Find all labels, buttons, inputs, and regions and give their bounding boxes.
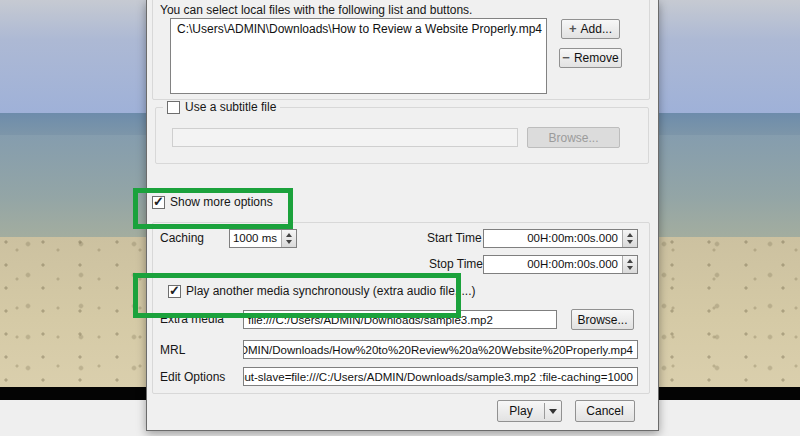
play-dropdown-button[interactable] [545,409,561,414]
caching-value: 1000 ms [230,230,281,247]
spin-down-icon [286,240,292,244]
extra-media-browse-button[interactable]: Browse... [571,309,634,330]
spin-up-icon [627,233,633,237]
start-time-label: Start Time [427,231,482,245]
caching-label: Caching [160,231,204,245]
file-selection-frame [152,0,650,100]
use-subtitle-label: Use a subtitle file [185,100,276,114]
spin-down-icon [627,240,633,244]
cancel-button[interactable]: Cancel [575,400,635,422]
use-subtitle-checkbox[interactable] [167,101,180,114]
stop-time-value: 00H:00m:00s.000 [484,256,622,273]
play-split-button[interactable]: Play [497,400,562,422]
caching-spin-buttons[interactable] [281,230,296,247]
vlc-window: 00:06 00:13 ▶ 100% You can select local … [0,0,800,436]
spin-up-icon [286,233,292,237]
chevron-down-icon [549,409,557,414]
spin-up-icon [627,259,633,263]
subtitle-path-input[interactable] [172,128,518,147]
mrl-input[interactable]: ers/ADMIN/Downloads/How%20to%20Review%20… [243,340,638,359]
spin-down-icon [627,266,633,270]
caching-spinner[interactable]: 1000 ms [229,229,297,248]
highlight-show-more-options [133,188,293,229]
start-time-spin-buttons[interactable] [622,230,637,247]
subtitle-group-header: Use a subtitle file [163,100,280,114]
stop-time-spin-buttons[interactable] [622,256,637,273]
stop-time-spinner[interactable]: 00H:00m:00s.000 [483,255,638,274]
play-button-label[interactable]: Play [498,404,544,418]
start-time-spinner[interactable]: 00H:00m:00s.000 [483,229,638,248]
edit-options-input[interactable]: :input-slave=file:///C:/Users/ADMIN/Down… [243,367,638,386]
subtitle-browse-button[interactable]: Browse... [527,127,620,148]
start-time-value: 00H:00m:00s.000 [484,230,622,247]
stop-time-label: Stop Time [429,257,483,271]
mrl-label: MRL [160,343,185,357]
highlight-play-another-media [133,273,461,318]
edit-options-label: Edit Options [160,370,225,384]
